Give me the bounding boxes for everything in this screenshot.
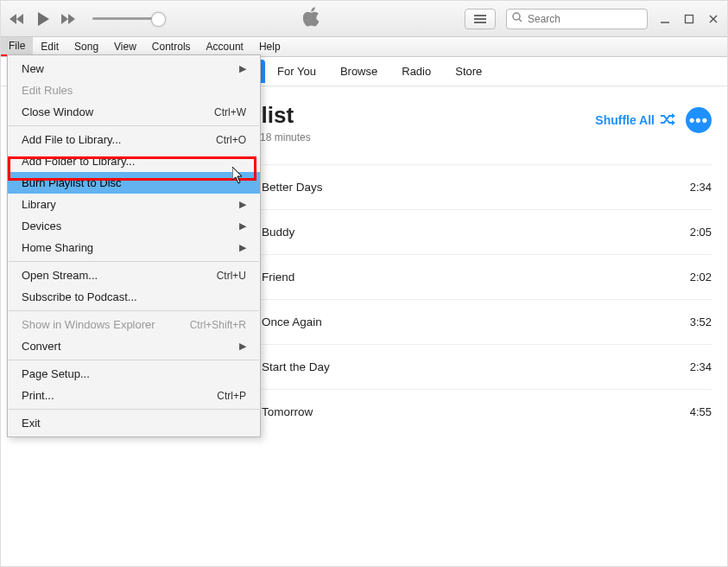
file-menu-item[interactable]: Subscribe to Podcast... xyxy=(8,286,260,308)
menu-item-shortcut: Ctrl+Shift+R xyxy=(190,319,246,331)
minimize-button[interactable] xyxy=(658,12,672,26)
file-menu-item[interactable]: Add Folder to Library... xyxy=(8,150,260,172)
file-menu-item: Edit Rules xyxy=(8,80,260,101)
menu-file[interactable]: File xyxy=(1,37,33,56)
menu-item-label: Subscribe to Podcast... xyxy=(22,290,137,303)
tab-radio[interactable]: Radio xyxy=(389,60,443,83)
song-duration: 2:34 xyxy=(674,181,712,194)
chevron-right-icon: ▶ xyxy=(239,199,246,210)
menu-item-label: Devices xyxy=(22,220,61,233)
next-button[interactable] xyxy=(60,10,79,29)
song-row[interactable]: Better Days2:34 xyxy=(215,164,712,209)
song-title: Tomorrow xyxy=(262,405,662,418)
file-menu-item[interactable]: Home Sharing▶ xyxy=(8,237,260,258)
more-actions-button[interactable]: ••• xyxy=(686,107,712,133)
svg-point-0 xyxy=(513,13,520,20)
close-button[interactable] xyxy=(706,12,720,26)
file-menu-item[interactable]: Open Stream...Ctrl+U xyxy=(8,264,260,286)
menu-item-shortcut: Ctrl+P xyxy=(217,390,246,402)
menu-edit[interactable]: Edit xyxy=(33,37,66,56)
song-title: Better Days xyxy=(262,181,662,194)
file-menu-item[interactable]: Close WindowCtrl+W xyxy=(8,101,260,123)
song-duration: 3:52 xyxy=(674,315,712,328)
svg-line-1 xyxy=(519,19,522,22)
menu-item-label: Page Setup... xyxy=(22,367,90,380)
apple-logo-icon xyxy=(303,6,322,31)
tab-browse[interactable]: Browse xyxy=(328,60,389,83)
menu-controls[interactable]: Controls xyxy=(144,37,199,56)
file-menu-item[interactable]: New▶ xyxy=(8,58,260,80)
menu-item-label: Edit Rules xyxy=(22,84,73,97)
menu-song[interactable]: Song xyxy=(66,37,106,56)
file-menu-item: Show in Windows ExplorerCtrl+Shift+R xyxy=(8,314,260,335)
list-view-button[interactable] xyxy=(465,9,496,29)
file-menu-item[interactable]: Exit xyxy=(8,412,260,434)
menu-separator xyxy=(9,409,259,410)
song-row[interactable]: Tomorrow4:55 xyxy=(215,389,712,434)
song-row[interactable]: Start the Day2:34 xyxy=(215,344,712,389)
chevron-right-icon: ▶ xyxy=(239,220,246,232)
song-duration: 2:02 xyxy=(674,271,712,284)
menu-item-label: Add File to Library... xyxy=(22,133,121,146)
song-row[interactable]: Buddy2:05 xyxy=(215,209,712,254)
menu-item-label: Open Stream... xyxy=(22,269,98,282)
shuffle-label: Shuffle All xyxy=(595,113,655,127)
titlebar-center xyxy=(160,6,465,31)
menu-help[interactable]: Help xyxy=(251,37,288,56)
search-box[interactable] xyxy=(506,9,648,29)
menu-view[interactable]: View xyxy=(106,37,144,56)
tab-for-you[interactable]: For You xyxy=(265,60,328,83)
tab-store[interactable]: Store xyxy=(443,60,494,83)
menu-item-shortcut: Ctrl+U xyxy=(217,270,246,282)
chevron-right-icon: ▶ xyxy=(239,242,246,253)
song-title: Friend xyxy=(262,271,662,284)
svg-rect-3 xyxy=(686,15,693,22)
volume-slider[interactable] xyxy=(92,17,160,20)
menu-item-shortcut: Ctrl+O xyxy=(216,134,246,146)
song-duration: 4:55 xyxy=(674,405,712,418)
menu-item-label: New xyxy=(22,62,44,75)
file-menu-item[interactable]: Convert▶ xyxy=(8,335,260,357)
menu-separator xyxy=(9,125,259,126)
menu-account[interactable]: Account xyxy=(199,37,251,56)
search-input[interactable] xyxy=(526,12,642,26)
menu-separator xyxy=(9,261,259,262)
file-menu-item[interactable]: Burn Playlist to Disc xyxy=(8,172,260,194)
previous-button[interactable] xyxy=(8,10,27,29)
chevron-right-icon: ▶ xyxy=(239,341,246,352)
song-title: Once Again xyxy=(262,315,662,328)
menu-item-shortcut: Ctrl+W xyxy=(214,106,246,118)
shuffle-icon xyxy=(660,113,675,128)
menu-item-label: Home Sharing xyxy=(22,241,93,254)
song-title: Start the Day xyxy=(262,360,662,373)
file-menu-item[interactable]: Page Setup... xyxy=(8,363,260,385)
chevron-right-icon: ▶ xyxy=(239,63,246,74)
menu-separator xyxy=(9,360,259,360)
search-icon xyxy=(512,12,522,25)
song-title: Buddy xyxy=(262,226,662,239)
menu-separator xyxy=(9,310,259,311)
play-button[interactable] xyxy=(34,10,53,29)
menu-item-label: Show in Windows Explorer xyxy=(22,318,155,331)
menu-item-label: Exit xyxy=(22,417,41,430)
menu-item-label: Convert xyxy=(22,340,61,353)
file-menu-item[interactable]: Print...Ctrl+P xyxy=(8,385,260,406)
song-row[interactable]: Friend2:02 xyxy=(215,254,712,299)
song-duration: 2:05 xyxy=(674,226,712,239)
menu-item-label: Library xyxy=(22,198,56,211)
file-menu: New▶Edit RulesClose WindowCtrl+WAdd File… xyxy=(7,54,261,437)
titlebar-right xyxy=(465,9,720,29)
shuffle-all-button[interactable]: Shuffle All xyxy=(595,113,675,128)
menu-item-label: Close Window xyxy=(22,105,93,118)
file-menu-item[interactable]: Add File to Library...Ctrl+O xyxy=(8,129,260,150)
ellipsis-icon: ••• xyxy=(689,111,708,130)
file-menu-item[interactable]: Library▶ xyxy=(8,194,260,215)
maximize-button[interactable] xyxy=(682,12,696,26)
menu-item-label: Add Folder to Library... xyxy=(22,155,135,168)
menu-item-label: Burn Playlist to Disc xyxy=(22,176,122,189)
song-row[interactable]: Once Again3:52 xyxy=(215,299,712,344)
file-menu-item[interactable]: Devices▶ xyxy=(8,215,260,237)
player-controls xyxy=(8,10,160,29)
titlebar xyxy=(1,1,727,37)
menu-item-label: Print... xyxy=(22,389,54,402)
